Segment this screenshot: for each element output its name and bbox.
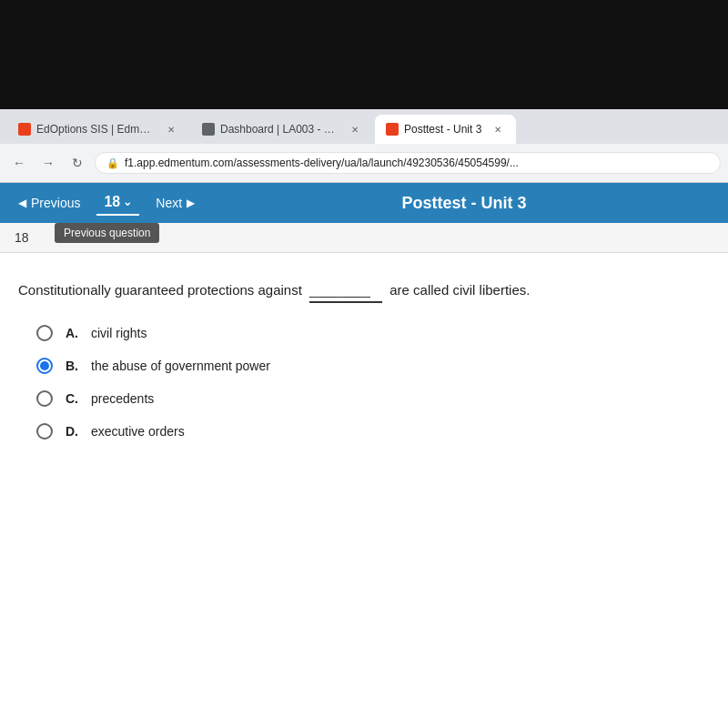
toolbar-title: Posttest - Unit 3 <box>211 194 717 213</box>
option-text-d: executive orders <box>91 424 185 439</box>
next-label: Next <box>156 196 182 210</box>
forward-button[interactable]: → <box>36 151 60 175</box>
refresh-button[interactable]: ↻ <box>66 151 89 175</box>
option-d[interactable]: D. executive orders <box>36 423 710 440</box>
tab-close-posttest[interactable]: ✕ <box>490 122 505 136</box>
option-label-c: C. <box>66 391 78 406</box>
option-a[interactable]: A. civil rights <box>36 325 710 341</box>
address-bar-row: ← → ↻ 🔒 f1.app.edmentum.com/assessments-… <box>0 144 728 182</box>
address-bar[interactable]: 🔒 f1.app.edmentum.com/assessments-delive… <box>95 152 721 174</box>
option-text-b: the abuse of government power <box>91 359 270 373</box>
previous-button[interactable]: ◀ Previous <box>11 190 87 216</box>
question-number-display: 18 <box>15 230 29 245</box>
tooltip-previous: Previous question <box>55 223 159 243</box>
tab-favicon-posttest <box>386 123 399 136</box>
address-text: f1.app.edmentum.com/assessments-delivery… <box>125 157 519 169</box>
radio-b-inner <box>40 361 49 370</box>
radio-a[interactable] <box>36 325 53 341</box>
content-area: 18 Constitutionally guaranteed protectio… <box>0 223 728 728</box>
radio-b[interactable] <box>36 358 53 374</box>
browser-chrome: EdOptions SIS | Edmentum ✕ Dashboard | L… <box>0 109 728 183</box>
question-number-indicator[interactable]: 18 ⌄ <box>96 190 139 216</box>
tab-dashboard[interactable]: Dashboard | LA003 - Jefferson D ✕ <box>191 115 373 144</box>
previous-label: Previous <box>31 196 80 210</box>
question-num-text: 18 <box>104 194 120 210</box>
option-label-d: D. <box>66 424 78 439</box>
question-body: Constitutionally guaranteed protections … <box>0 253 728 458</box>
tab-label-posttest: Posttest - Unit 3 <box>404 123 481 136</box>
option-label-b: B. <box>66 359 78 373</box>
tab-bar: EdOptions SIS | Edmentum ✕ Dashboard | L… <box>0 109 728 144</box>
lock-icon: 🔒 <box>106 157 119 169</box>
tab-close-dashboard[interactable]: ✕ <box>348 122 362 136</box>
option-text-a: civil rights <box>91 326 147 340</box>
question-text: Constitutionally guaranteed protections … <box>18 280 710 303</box>
option-text-c: precedents <box>91 391 154 406</box>
question-text-after: are called civil liberties. <box>389 282 530 298</box>
tab-favicon-edoptions <box>18 123 31 136</box>
tab-label-edoptions: EdOptions SIS | Edmentum <box>36 123 155 136</box>
answer-options: A. civil rights B. the abuse of governme… <box>18 325 710 440</box>
question-blank: ________ <box>309 280 382 303</box>
radio-c[interactable] <box>36 390 53 407</box>
tab-close-edoptions[interactable]: ✕ <box>164 122 178 136</box>
radio-d[interactable] <box>36 423 53 440</box>
previous-arrow-icon: ◀ <box>18 197 26 209</box>
app-toolbar: ◀ Previous 18 ⌄ Next ▶ Posttest - Unit 3… <box>0 183 728 223</box>
back-button[interactable]: ← <box>7 151 31 175</box>
option-b[interactable]: B. the abuse of government power <box>36 358 710 374</box>
tab-edoptions[interactable]: EdOptions SIS | Edmentum ✕ <box>7 115 189 144</box>
option-c[interactable]: C. precedents <box>36 390 710 407</box>
tab-posttest[interactable]: Posttest - Unit 3 ✕ <box>375 115 516 144</box>
question-text-before: Constitutionally guaranteed protections … <box>18 282 302 298</box>
option-label-a: A. <box>66 326 78 340</box>
next-arrow-icon: ▶ <box>187 197 195 209</box>
chevron-down-icon: ⌄ <box>123 196 132 208</box>
next-button[interactable]: Next ▶ <box>148 190 202 216</box>
tab-favicon-dashboard <box>202 123 215 136</box>
monitor-bezel <box>0 0 728 109</box>
tab-label-dashboard: Dashboard | LA003 - Jefferson D <box>220 123 339 136</box>
